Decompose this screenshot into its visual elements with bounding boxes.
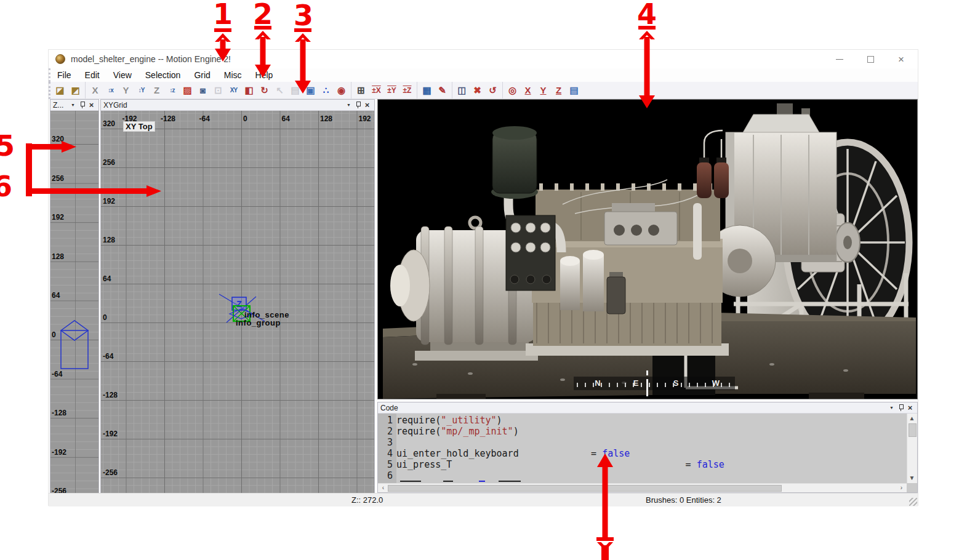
menu-edit[interactable]: Edit <box>78 69 106 81</box>
compass-center-tick-top <box>646 370 648 375</box>
pin-icon <box>355 101 361 109</box>
mirror-y-icon[interactable]: Y <box>119 84 133 97</box>
scale-z-icon[interactable]: ↕z <box>165 84 179 97</box>
compass-center-tick <box>646 379 648 396</box>
ruler-label: -192 <box>52 448 66 457</box>
selection-cube-wireframe <box>58 318 90 372</box>
close-icon: × <box>908 404 913 412</box>
close-button[interactable]: × <box>891 52 912 66</box>
marquee-select-icon[interactable]: ⊡ <box>211 84 225 97</box>
z-panel-titlebar: Z... ▼ × <box>50 100 98 111</box>
axis-x-icon[interactable]: X <box>521 84 535 97</box>
z-panel-menu-button[interactable]: ▼ <box>68 101 78 110</box>
properties-list-icon[interactable]: ▤ <box>567 84 581 97</box>
save-file-icon[interactable]: ◩ <box>68 84 82 97</box>
code-horizontal-scrollbar[interactable]: ‹ › <box>378 483 907 492</box>
resize-grip[interactable] <box>909 498 917 506</box>
code-line: 5ui_press_T = false <box>378 459 907 470</box>
plusminus-y-icon[interactable]: ±Y <box>385 84 399 97</box>
orbit-eye-icon[interactable]: ◉ <box>334 84 348 97</box>
minimize-icon <box>836 59 843 60</box>
ruler-label: 128 <box>320 114 332 123</box>
menu-file[interactable]: File <box>50 69 78 81</box>
audio-brackets-icon[interactable]: ◫ <box>455 84 469 97</box>
delete-cross-icon[interactable]: ✖ <box>470 84 484 97</box>
code-line: 4ui_enter_hold_keyboard = false <box>378 448 907 459</box>
scroll-left-icon[interactable]: ‹ <box>379 484 388 492</box>
type-brush-icon[interactable]: ▨ <box>180 84 195 97</box>
xygrid-menu-button[interactable]: ▼ <box>344 101 353 110</box>
xygrid-close-button[interactable]: × <box>363 101 372 110</box>
toolbar: ◪◩X↕xY↕YZ↕z▨◙⊡XY◧↻↖▤▣∴◉⊞±X±Y±Z▦✎◫✖↺◎XYZ▤ <box>49 82 918 99</box>
menu-view[interactable]: View <box>106 69 138 81</box>
grid-snap-icon[interactable]: ▦ <box>420 84 434 97</box>
camera-rotate-icon[interactable]: ↻ <box>257 84 271 97</box>
xygrid-panel: XYGrid ▼ × XY Top -192-128-6406412819232… <box>100 99 375 494</box>
ruler-label: 256 <box>103 158 115 167</box>
plusminus-z-icon[interactable]: ±Z <box>400 84 414 97</box>
compass-letter-n: N <box>592 378 603 388</box>
paint-marker-icon[interactable]: ✎ <box>435 84 449 97</box>
engine-model-render <box>378 100 917 399</box>
node-doc-icon[interactable]: ▣ <box>303 84 318 97</box>
annotation-number-2: 2 <box>253 0 273 28</box>
rotate-circle-icon[interactable]: ◎ <box>505 84 520 97</box>
code-editor[interactable]: 1require("_utility")2require("mp/_mp_ini… <box>378 414 907 483</box>
code-panel-close-button[interactable]: × <box>905 404 915 412</box>
ruler-label: 192 <box>103 197 115 206</box>
xygrid-pin-button[interactable] <box>353 101 363 110</box>
xygrid-title: XYGrid <box>103 101 127 110</box>
z-panel-close-button[interactable]: × <box>87 101 96 110</box>
code-panel-pin-button[interactable] <box>896 404 905 412</box>
entity-sphere-icon[interactable]: ◙ <box>196 84 210 97</box>
menu-selection[interactable]: Selection <box>138 69 188 81</box>
plusminus-x-icon[interactable]: ±X <box>369 84 383 97</box>
ruler-label: 128 <box>52 252 64 261</box>
app-window: model_shelter_engine -- Motion Engine 2!… <box>48 49 918 506</box>
minimize-button[interactable] <box>829 52 850 66</box>
mirror-x-icon[interactable]: X <box>88 84 102 97</box>
code-vertical-scrollbar[interactable]: ▲ ▼ <box>907 414 917 483</box>
menu-grid[interactable]: Grid <box>187 69 217 81</box>
ruler-label: 256 <box>52 174 64 183</box>
rotate-reset-icon[interactable]: ↺ <box>486 84 500 97</box>
compass-bar: NESW <box>574 377 735 390</box>
close-icon: × <box>898 54 904 65</box>
maximize-button[interactable] <box>860 52 881 66</box>
menu-misc[interactable]: Misc <box>217 69 249 81</box>
axis-z-icon[interactable]: Z <box>552 84 566 97</box>
scroll-right-icon[interactable]: › <box>897 484 906 492</box>
xygrid-area[interactable]: XY Top -192-128-640641281923202561921286… <box>101 111 374 494</box>
window-arrow-icon[interactable]: ⊞ <box>354 84 368 97</box>
annotation-number-1: 1 <box>213 0 233 28</box>
chevron-down-icon: ▼ <box>889 406 894 410</box>
link-nodes-icon[interactable]: ∴ <box>319 84 333 97</box>
code-panel-menu-button[interactable]: ▼ <box>887 404 896 412</box>
z-panel-pin-button[interactable] <box>78 101 87 110</box>
ruler-label: 320 <box>103 119 115 128</box>
mirror-z-icon[interactable]: Z <box>150 84 164 97</box>
scroll-up-icon[interactable]: ▲ <box>907 414 917 423</box>
scroll-down-icon[interactable]: ▼ <box>907 474 917 482</box>
axis-y-icon[interactable]: Y <box>536 84 550 97</box>
z-grid-panel: Z... ▼ × 320256192128640-64-128-192-256 <box>50 99 99 494</box>
menu-help[interactable]: Help <box>249 69 280 81</box>
annotation-number-3: 3 <box>294 1 313 30</box>
scale-x-icon[interactable]: ↕x <box>103 84 118 97</box>
axis-view-xyz-icon[interactable]: XY <box>227 84 241 97</box>
horizontal-scroll-thumb[interactable] <box>388 485 782 492</box>
scale-y-icon[interactable]: ↕Y <box>134 84 148 97</box>
ruler-label: -192 <box>103 430 118 438</box>
image-edit-icon[interactable]: ▤ <box>288 84 302 97</box>
ruler-label: 64 <box>103 274 111 283</box>
z-coordinate-readout: Z:: 272.0 <box>351 495 383 505</box>
window-title: model_shelter_engine -- Motion Engine 2! <box>71 54 231 64</box>
vertical-scroll-thumb[interactable] <box>909 423 917 437</box>
code-line: 1require("_utility") <box>378 415 907 426</box>
z-grid-area[interactable]: 320256192128640-64-128-192-256 <box>50 111 98 494</box>
code-line: 2require("mp/_mp_init") <box>378 426 907 437</box>
open-file-icon[interactable]: ◪ <box>53 84 67 97</box>
cursor-add-icon[interactable]: ↖ <box>273 84 287 97</box>
3d-viewport[interactable]: NESW <box>377 99 918 399</box>
solid-box-icon[interactable]: ◧ <box>242 84 256 97</box>
